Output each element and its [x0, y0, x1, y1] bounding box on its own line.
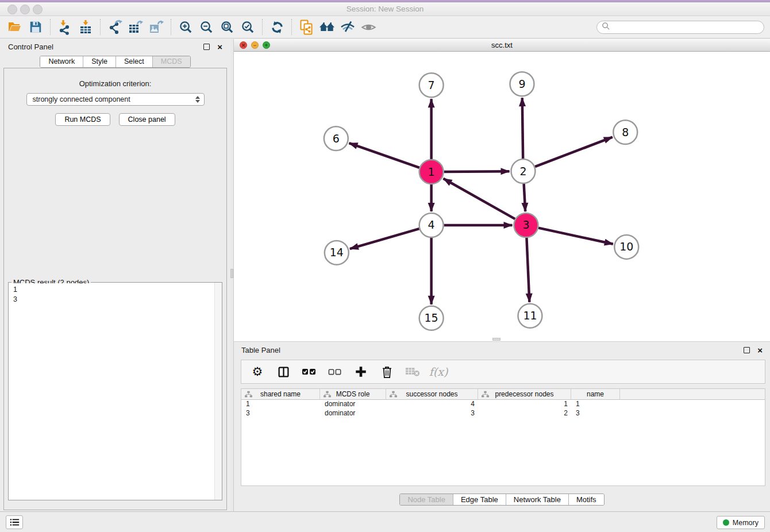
function-builder-button-disabled: f(x)	[431, 364, 446, 380]
control-panel-title: Control Panel	[8, 43, 53, 51]
clone-network-button[interactable]	[296, 18, 317, 36]
network-node[interactable]: 10	[614, 235, 638, 259]
workspace: Control Panel × Network Style Select MCD…	[0, 39, 770, 511]
search-input[interactable]	[610, 22, 764, 33]
deselect-all-button[interactable]	[328, 364, 342, 380]
right-column: ✕ − + scc.txt 7968124314101511 Table Pan…	[233, 39, 770, 511]
float-table-panel-icon[interactable]	[744, 347, 750, 353]
list-icon	[10, 518, 20, 526]
network-close-button[interactable]: ✕	[240, 41, 247, 49]
criterion-dropdown[interactable]: strongly connected component	[26, 93, 205, 106]
run-mcds-button[interactable]: Run MCDS	[55, 113, 110, 126]
network-minimize-button[interactable]: −	[251, 41, 259, 49]
table-panel-title: Table Panel	[241, 346, 280, 354]
import-table-icon	[78, 20, 93, 34]
network-maximize-button[interactable]: +	[263, 41, 270, 49]
float-panel-icon[interactable]	[203, 44, 210, 50]
open-session-button[interactable]	[5, 18, 25, 36]
network-node[interactable]: 1	[419, 160, 444, 184]
import-network-button[interactable]	[55, 18, 75, 36]
close-panel-button[interactable]: Close panel	[119, 113, 175, 126]
table-toolbar: ⚙	[241, 360, 765, 384]
show-panels-button[interactable]	[358, 18, 379, 36]
task-list-button[interactable]	[6, 515, 23, 529]
search-box[interactable]	[596, 21, 764, 34]
zoom-out-button[interactable]	[196, 18, 217, 36]
cell-mcds-role: dominator	[320, 400, 386, 409]
svg-text:10: 10	[619, 240, 633, 253]
close-panel-icon[interactable]: ×	[217, 44, 222, 50]
zoom-out-icon	[199, 20, 214, 34]
tab-node-table[interactable]: Node Table	[400, 494, 453, 505]
refresh-button[interactable]	[267, 18, 287, 36]
tab-edge-table[interactable]: Edge Table	[453, 494, 506, 505]
zoom-window-button[interactable]	[33, 5, 43, 14]
table-row[interactable]: 1 dominator 4 1 1	[241, 400, 765, 409]
plus-icon	[355, 365, 367, 378]
network-window-titlebar: ✕ − + scc.txt	[234, 39, 770, 52]
home-layout-button[interactable]	[317, 18, 337, 36]
column-header-shared-name[interactable]: shared name	[241, 389, 320, 399]
cell-name: 3	[571, 409, 620, 418]
network-node[interactable]: 14	[325, 241, 349, 265]
cell-successor-nodes: 4	[386, 400, 478, 409]
save-session-button[interactable]	[25, 18, 46, 36]
column-header-mcds-role[interactable]: MCDS role	[320, 389, 386, 399]
network-node[interactable]: 7	[419, 73, 444, 97]
network-node[interactable]: 4	[419, 213, 444, 237]
close-window-button[interactable]	[7, 5, 17, 14]
export-table-button[interactable]	[125, 18, 146, 36]
close-table-panel-icon[interactable]: ×	[757, 347, 763, 353]
svg-text:8: 8	[622, 126, 629, 138]
hide-panels-button[interactable]	[337, 18, 358, 36]
tab-network-table[interactable]: Network Table	[506, 494, 569, 505]
tree-icon	[481, 391, 490, 398]
column-header-predecessor-nodes[interactable]: predecessor nodes	[478, 389, 571, 399]
network-canvas[interactable]: 7968124314101511	[234, 52, 770, 341]
unchecked-boxes-icon	[328, 365, 342, 379]
criterion-dropdown-value: strongly connected component	[33, 95, 194, 103]
select-all-button[interactable]	[302, 364, 317, 380]
mcds-result-text[interactable]: 1 3	[9, 283, 214, 499]
export-network-button[interactable]	[105, 18, 125, 36]
canvas-scroll-thumb[interactable]	[492, 338, 500, 341]
network-node[interactable]: 15	[419, 306, 444, 330]
network-node[interactable]: 3	[514, 213, 538, 237]
toolbar-separator	[100, 19, 101, 35]
zoom-selected-button[interactable]	[237, 18, 258, 36]
network-node[interactable]: 6	[324, 126, 348, 151]
export-image-icon	[149, 20, 164, 34]
tab-motifs[interactable]: Motifs	[569, 494, 604, 505]
control-panel: Control Panel × Network Style Select MCD…	[0, 39, 230, 511]
network-edge	[524, 184, 526, 211]
tab-mcds[interactable]: MCDS	[153, 56, 190, 67]
export-table-icon	[128, 20, 143, 34]
import-table-button[interactable]	[75, 18, 96, 36]
column-layout-button[interactable]	[276, 364, 291, 380]
zoom-fit-button[interactable]	[217, 18, 237, 36]
export-image-button[interactable]	[146, 18, 167, 36]
network-node[interactable]: 11	[518, 304, 542, 328]
delete-column-button[interactable]	[379, 364, 394, 380]
minimize-window-button[interactable]	[20, 5, 30, 14]
network-node[interactable]: 2	[511, 159, 535, 183]
network-node[interactable]: 9	[510, 72, 534, 96]
column-header-name[interactable]: name	[571, 389, 620, 399]
add-column-button[interactable]	[353, 364, 368, 380]
tab-select[interactable]: Select	[116, 56, 153, 67]
eye-icon	[361, 20, 376, 35]
table-row[interactable]: 3 dominator 3 2 3	[241, 409, 765, 418]
result-scrollbar[interactable]	[214, 283, 222, 500]
trash-icon	[381, 365, 393, 379]
table-settings-button[interactable]: ⚙	[250, 364, 265, 380]
delete-table-icon	[405, 366, 420, 377]
export-network-icon	[107, 20, 122, 34]
zoom-in-button[interactable]	[175, 18, 196, 36]
column-label: successor nodes	[406, 390, 457, 398]
tab-network[interactable]: Network	[40, 56, 83, 67]
network-edge	[444, 179, 515, 219]
column-header-successor-nodes[interactable]: successor nodes	[386, 389, 478, 399]
memory-button[interactable]: Memory	[717, 516, 765, 529]
tab-style[interactable]: Style	[83, 56, 116, 67]
network-node[interactable]: 8	[613, 120, 637, 144]
